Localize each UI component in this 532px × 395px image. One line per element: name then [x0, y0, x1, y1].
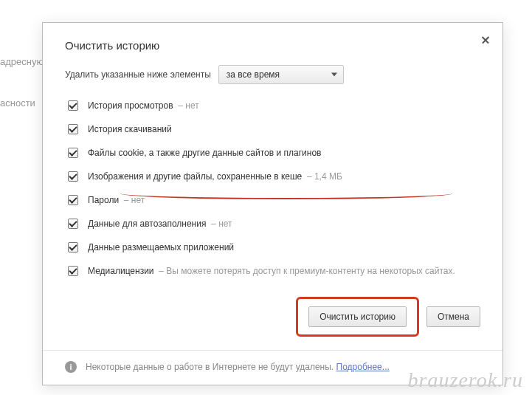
watermark: brauzerok.ru — [408, 368, 523, 392]
option-label[interactable]: Медиалицензии – Вы можете потерять досту… — [88, 265, 455, 277]
option-label[interactable]: Пароли – нет — [88, 194, 145, 206]
checkbox-cookies[interactable] — [68, 148, 78, 158]
checkbox-download-history[interactable] — [68, 124, 78, 134]
checkbox-hosted-apps[interactable] — [68, 242, 78, 253]
range-label: Удалить указанные ниже элементы — [65, 69, 211, 80]
option-hosted-apps: Данные размещаемых приложений — [65, 236, 480, 260]
dialog-buttons: Очистить историю Отмена — [65, 297, 480, 337]
option-label[interactable]: Изображения и другие файлы, сохраненные … — [88, 171, 342, 182]
chevron-down-icon — [331, 73, 337, 77]
highlight-annotation: Очистить историю — [296, 297, 419, 337]
option-label[interactable]: Данные размещаемых приложений — [88, 241, 234, 253]
time-range-select[interactable]: за все время — [218, 65, 344, 84]
cancel-button[interactable]: Отмена — [426, 306, 480, 327]
clear-history-button[interactable]: Очистить историю — [308, 306, 407, 327]
option-media-licenses: Медиалицензии – Вы можете потерять досту… — [65, 260, 480, 284]
checkbox-cached-images[interactable] — [68, 171, 78, 182]
info-icon: i — [65, 361, 77, 373]
option-autofill: Данные для автозаполнения – нет — [65, 213, 480, 236]
checkbox-autofill[interactable] — [68, 219, 78, 229]
time-range-value: за все время — [227, 69, 280, 80]
dialog-title: Очистить историю — [65, 39, 480, 52]
footer-text: Некоторые данные о работе в Интернете не… — [86, 362, 334, 372]
option-label[interactable]: История скачиваний — [88, 123, 172, 135]
options-list: История просмотров – нет История скачива… — [65, 95, 480, 284]
checkbox-passwords[interactable] — [68, 195, 78, 205]
background-text-2: асности — [0, 97, 35, 109]
option-cookies: Файлы cookie, а также другие данные сайт… — [65, 142, 480, 165]
option-label[interactable]: История просмотров – нет — [88, 100, 199, 111]
option-label[interactable]: Файлы cookie, а также другие данные сайт… — [88, 147, 321, 159]
close-icon[interactable] — [479, 33, 492, 47]
learn-more-link[interactable]: Подробнее... — [336, 362, 390, 372]
option-cached-images: Изображения и другие файлы, сохраненные … — [65, 165, 480, 189]
option-download-history: История скачиваний — [65, 118, 480, 142]
checkbox-browsing-history[interactable] — [68, 100, 78, 111]
option-browsing-history: История просмотров – нет — [65, 95, 480, 118]
option-passwords: Пароли – нет — [65, 189, 480, 213]
checkbox-media-licenses[interactable] — [68, 266, 78, 276]
option-label[interactable]: Данные для автозаполнения – нет — [88, 218, 232, 230]
clear-history-dialog: Очистить историю Удалить указанные ниже … — [42, 22, 503, 385]
